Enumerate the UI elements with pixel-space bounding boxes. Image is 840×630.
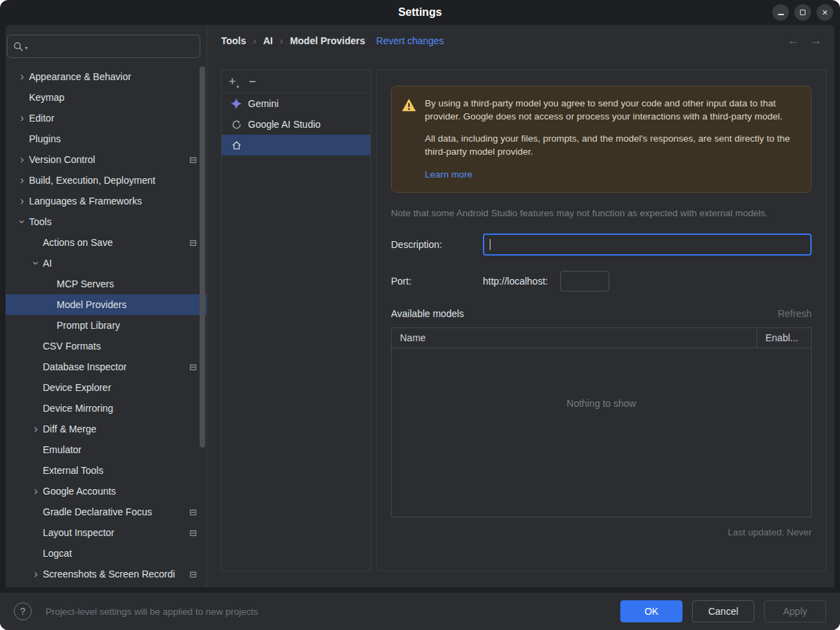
sidebar-item-actions-on-save[interactable]: Actions on Save⊟ xyxy=(6,232,207,253)
models-table-header: NameEnabl... xyxy=(392,328,811,348)
column-header-enabl[interactable]: Enabl... xyxy=(757,328,811,347)
sidebar-item-label: Build, Execution, Deployment xyxy=(29,175,155,186)
sidebar-item-label: Plugins xyxy=(29,133,61,144)
sidebar-item-label: Appearance & Behavior xyxy=(29,71,131,82)
sidebar-item-label: Version Control xyxy=(29,154,95,165)
sidebar-item-appearance-behavior[interactable]: ›Appearance & Behavior xyxy=(6,66,207,87)
sidebar-item-google-accounts[interactable]: ›Google Accounts xyxy=(6,481,207,502)
chevron-down-icon[interactable]: › xyxy=(15,215,29,229)
sidebar-item-external-tools[interactable]: External Tools xyxy=(6,460,207,481)
sidebar-item-tools[interactable]: ›Tools xyxy=(6,211,207,232)
sidebar-item-label: Prompt Library xyxy=(57,320,120,331)
sidebar-item-layout-inspector[interactable]: Layout Inspector⊟ xyxy=(6,522,207,543)
cancel-button[interactable]: Cancel xyxy=(692,600,754,622)
revert-changes-link[interactable]: Revert changes xyxy=(376,35,444,46)
settings-sidebar: ▾ ›Appearance & BehaviorKeymap›EditorPlu… xyxy=(6,25,207,587)
forward-arrow-icon[interactable]: → xyxy=(810,34,822,48)
sidebar-item-csv-formats[interactable]: CSV Formats xyxy=(6,336,207,356)
port-input[interactable] xyxy=(560,271,609,292)
window-title: Settings xyxy=(398,6,441,19)
sidebar-item-mcp-servers[interactable]: MCP Servers xyxy=(6,274,207,294)
sidebar-item-device-mirroring[interactable]: Device Mirroring xyxy=(6,398,207,419)
maximize-icon xyxy=(800,10,805,15)
sidebar-item-editor[interactable]: ›Editor xyxy=(6,108,207,128)
refresh-link[interactable]: Refresh xyxy=(778,308,812,319)
ai-studio-icon xyxy=(230,118,242,131)
remove-provider-button[interactable]: − xyxy=(249,75,256,88)
provider-item-gemini[interactable]: Gemini xyxy=(222,93,370,114)
breadcrumb-ai[interactable]: AI xyxy=(263,35,273,46)
sidebar-scrollbar[interactable] xyxy=(200,66,205,448)
add-dropdown-chevron-icon: ▾ xyxy=(237,84,240,89)
last-updated-text: Last updated: Never xyxy=(391,527,812,537)
sidebar-item-label: AI xyxy=(43,258,52,269)
learn-more-link[interactable]: Learn more xyxy=(425,169,472,180)
sidebar-item-model-providers[interactable]: Model Providers xyxy=(6,294,207,315)
chevron-right-icon[interactable]: › xyxy=(15,194,29,208)
breadcrumb-model-providers[interactable]: Model Providers xyxy=(290,35,365,46)
description-row: Description: xyxy=(391,233,812,256)
sidebar-item-label: Logcat xyxy=(43,548,72,559)
chevron-right-icon[interactable]: › xyxy=(15,111,29,125)
chevron-down-icon[interactable]: › xyxy=(29,256,43,270)
sidebar-item-version-control[interactable]: ›Version Control⊟ xyxy=(6,149,207,170)
close-button[interactable]: ✕ xyxy=(817,4,833,21)
chevron-spacer xyxy=(29,360,43,374)
provider-item-custom[interactable] xyxy=(222,135,370,155)
sidebar-item-prompt-library[interactable]: Prompt Library xyxy=(6,315,207,336)
chevron-right-icon[interactable]: › xyxy=(15,173,29,187)
sidebar-item-keymap[interactable]: Keymap xyxy=(6,87,207,108)
chevron-spacer xyxy=(43,277,57,291)
settings-window: Settings ✕ ▾ ›Appearance & BehaviorKeyma… xyxy=(0,0,840,630)
ok-button[interactable]: OK xyxy=(620,600,682,622)
apply-button[interactable]: Apply xyxy=(764,600,826,622)
sidebar-item-logcat[interactable]: Logcat xyxy=(6,543,207,564)
sidebar-item-ai[interactable]: ›AI xyxy=(6,253,207,274)
port-row: Port: http://localhost: xyxy=(391,271,812,292)
help-button[interactable]: ? xyxy=(14,602,32,620)
sidebar-item-label: Device Mirroring xyxy=(43,403,113,414)
sidebar-item-languages-frameworks[interactable]: ›Languages & Frameworks xyxy=(6,191,207,211)
localhost-prefix: http://localhost: xyxy=(483,276,548,287)
add-provider-button[interactable]: + ▾ xyxy=(229,75,239,88)
available-models-row: Available models Refresh xyxy=(391,308,812,319)
search-input[interactable] xyxy=(29,40,194,52)
sidebar-item-label: Editor xyxy=(29,113,55,124)
provider-item-google-ai-studio[interactable]: Google AI Studio xyxy=(222,114,370,135)
description-input[interactable] xyxy=(483,233,812,256)
minimize-button[interactable] xyxy=(772,4,789,21)
sidebar-item-label: Device Explorer xyxy=(43,382,111,393)
breadcrumb: Tools›AI›Model Providers xyxy=(221,35,365,46)
settings-search-box[interactable]: ▾ xyxy=(7,35,200,58)
port-label: Port: xyxy=(391,276,483,287)
sidebar-item-build-execution-deployment[interactable]: ›Build, Execution, Deployment xyxy=(6,170,207,191)
chevron-spacer xyxy=(15,90,29,104)
chevron-spacer xyxy=(29,505,43,519)
sidebar-item-label: Database Inspector xyxy=(43,361,126,372)
sidebar-item-database-inspector[interactable]: Database Inspector⊟ xyxy=(6,356,207,377)
sidebar-item-label: Google Accounts xyxy=(43,486,116,497)
chevron-right-icon[interactable]: › xyxy=(15,70,29,84)
sidebar-item-emulator[interactable]: Emulator xyxy=(6,439,207,460)
chevron-right-icon[interactable]: › xyxy=(29,484,43,498)
history-nav: ← → xyxy=(788,34,822,48)
sidebar-item-label: Actions on Save xyxy=(43,237,113,248)
sidebar-item-label: Gradle Declarative Focus xyxy=(43,506,152,517)
sidebar-item-gradle-declarative-focus[interactable]: Gradle Declarative Focus⊟ xyxy=(6,502,207,522)
column-header-name[interactable]: Name xyxy=(392,328,757,347)
chevron-spacer xyxy=(15,132,29,146)
sidebar-item-device-explorer[interactable]: Device Explorer xyxy=(6,377,207,398)
available-models-label: Available models xyxy=(391,308,464,319)
sidebar-item-diff-merge[interactable]: ›Diff & Merge xyxy=(6,419,207,439)
sidebar-item-label: External Tools xyxy=(43,465,104,476)
chevron-right-icon[interactable]: › xyxy=(29,422,43,436)
sidebar-item-label: CSV Formats xyxy=(43,341,101,352)
settings-main: Tools›AI›Model Providers Revert changes … xyxy=(207,25,834,587)
chevron-right-icon[interactable]: › xyxy=(15,153,29,166)
back-arrow-icon[interactable]: ← xyxy=(788,34,799,48)
sidebar-item-screenshots-screen-recordi[interactable]: ›Screenshots & Screen Recordi⊟ xyxy=(6,564,207,584)
maximize-button[interactable] xyxy=(794,4,811,21)
breadcrumb-tools[interactable]: Tools xyxy=(221,35,246,46)
chevron-right-icon[interactable]: › xyxy=(29,567,43,581)
sidebar-item-plugins[interactable]: Plugins xyxy=(6,128,207,149)
